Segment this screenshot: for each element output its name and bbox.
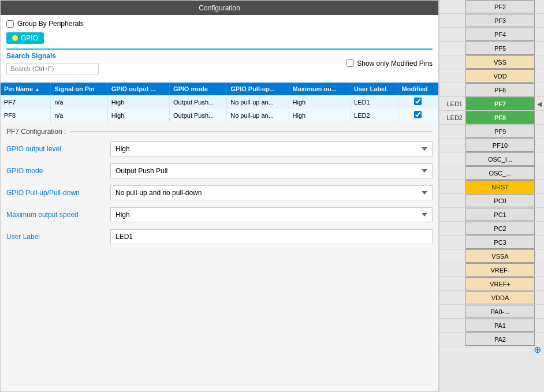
gpio-tab-label: GPIO [21,34,38,42]
show-modified-checkbox[interactable] [346,59,354,67]
config-row: GPIO output levelLowHigh [6,141,433,156]
sidebar-pin-vref-[interactable]: VREF- [439,263,544,277]
config-title-text: PF7 Configuration : [6,128,66,136]
col-signal[interactable]: Signal on Pin [51,83,108,95]
sidebar-pin-pa2[interactable]: PA2 [439,333,544,346]
show-modified-label: Show only Modified Pins [357,59,433,68]
config-rows: GPIO output levelLowHighGPIO modeOutput … [6,141,433,244]
table-header-row: Pin Name ▴ Signal on Pin GPIO output ...… [1,83,438,95]
sidebar-pin-vss[interactable]: VSS [439,55,544,69]
config-select-1[interactable]: Output Push PullOutput Open Drain [110,163,433,178]
sidebar-pin-pf10[interactable]: PF10 [439,139,544,152]
col-modified[interactable]: Modified [398,83,438,95]
main-content: Configuration Group By Peripherals GPIO … [0,0,439,392]
sidebar-pin-vdda[interactable]: VDDA [439,291,544,305]
config-row: User Label [6,229,433,244]
sidebar-pin-vref-[interactable]: VREF+ [439,277,544,291]
sidebar-pin-pf7[interactable]: LED1PF7◄ [439,97,544,111]
sidebar-pin-pf9[interactable]: PF9 [439,125,544,139]
table-row[interactable]: PF8n/aHighOutput Push...No pull-up an...… [1,109,438,122]
gpio-table: Pin Name ▴ Signal on Pin GPIO output ...… [1,83,438,122]
col-user-label[interactable]: User Label [351,83,398,95]
sidebar-pin-pf8[interactable]: LED2PF8 [439,111,544,125]
sidebar-pins: PF2PF3PF4PF5VSSVDDPF6LED1PF7◄LED2PF8PF9P… [439,0,544,346]
sidebar-pin-pc1[interactable]: PC1 [439,208,544,222]
sidebar-pin-pa0----[interactable]: PA0-... [439,305,544,319]
sidebar-pin-vssa[interactable]: VSSA [439,249,544,263]
group-by-row: Group By Peripherals [6,20,433,28]
search-label: Search Signals [6,52,99,60]
title-bar: Configuration [1,1,438,15]
right-sidebar: PF2PF3PF4PF5VSSVDDPF6LED1PF7◄LED2PF8PF9P… [439,0,544,392]
search-section: Search Signals [6,52,99,74]
col-pin-name[interactable]: Pin Name ▴ [1,83,51,95]
show-modified-row: Show only Modified Pins [346,59,433,68]
gpio-tab[interactable]: GPIO [6,32,44,44]
zoom-icon[interactable]: ⊕ [534,344,541,355]
config-row: Maximum output speedLowMediumHighVery Hi… [6,207,433,222]
sidebar-pin-pf3[interactable]: PF3 [439,14,544,28]
config-select-2[interactable]: No pull-up and no pull-downPull-upPull-d… [110,185,433,200]
group-by-label: Group By Peripherals [17,20,84,28]
config-section: PF7 Configuration : GPIO output levelLow… [1,122,438,391]
config-select-0[interactable]: LowHigh [110,141,433,156]
gpio-divider [6,48,433,50]
search-input[interactable] [6,63,99,74]
window-title: Configuration [199,4,240,12]
config-title-line [69,132,433,132]
config-row: GPIO Pull-up/Pull-downNo pull-up and no … [6,185,433,200]
search-row: Search Signals Show only Modified Pins [6,52,433,74]
gpio-dot [12,35,18,41]
col-gpio-pullup[interactable]: GPIO Pull-up... [227,83,289,95]
config-title: PF7 Configuration : [6,128,433,136]
sidebar-pin-pa1[interactable]: PA1 [439,319,544,333]
sidebar-pin-pc0[interactable]: PC0 [439,194,544,208]
sidebar-pin-osc-i---[interactable]: OSC_I... [439,152,544,166]
col-gpio-mode[interactable]: GPIO mode [169,83,226,95]
sidebar-pin-nrst[interactable]: NRST [439,180,544,194]
sidebar-pin-vdd[interactable]: VDD [439,69,544,83]
table-row[interactable]: PF7n/aHighOutput Push...No pull-up an...… [1,95,438,109]
top-section: Group By Peripherals GPIO Search Signals… [1,15,438,83]
config-select-3[interactable]: LowMediumHighVery High [110,207,433,222]
col-gpio-output[interactable]: GPIO output ... [107,83,169,95]
sidebar-pin-pf5[interactable]: PF5 [439,42,544,55]
col-max-output[interactable]: Maximum ou... [289,83,351,95]
table-container: Pin Name ▴ Signal on Pin GPIO output ...… [1,83,438,122]
sidebar-pin-pf6[interactable]: PF6 [439,83,544,97]
sidebar-pin-pf4[interactable]: PF4 [439,28,544,42]
config-input-4[interactable] [110,229,433,244]
sidebar-pin-pc2[interactable]: PC2 [439,222,544,236]
sidebar-pin-osc----[interactable]: OSC_... [439,166,544,180]
table-body: PF7n/aHighOutput Push...No pull-up an...… [1,95,438,122]
group-by-checkbox[interactable] [6,20,14,28]
sidebar-pin-pc3[interactable]: PC3 [439,236,544,249]
sidebar-pin-pf2[interactable]: PF2 [439,0,544,14]
config-row: GPIO modeOutput Push PullOutput Open Dra… [6,163,433,178]
